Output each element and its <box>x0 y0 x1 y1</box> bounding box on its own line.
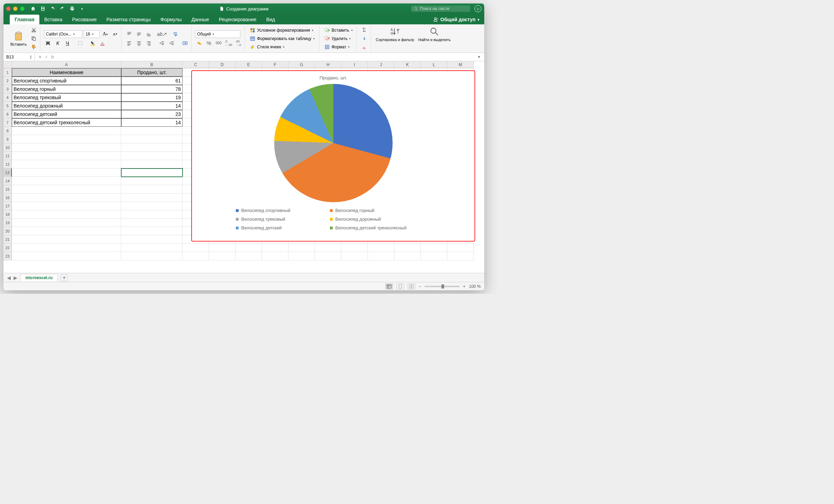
row-header[interactable]: 12 <box>3 160 12 168</box>
row-header[interactable]: 13 <box>3 168 12 177</box>
cell[interactable] <box>12 219 121 227</box>
page-layout-view-icon[interactable] <box>396 283 404 290</box>
cell[interactable] <box>341 252 368 260</box>
next-sheet-icon[interactable]: ▶ <box>14 275 17 281</box>
add-sheet-button[interactable]: + <box>61 274 68 281</box>
font-color-button[interactable]: A <box>98 39 107 47</box>
print-icon[interactable] <box>69 6 75 12</box>
cell[interactable] <box>341 244 368 252</box>
italic-button[interactable]: К <box>54 39 62 47</box>
cell[interactable] <box>12 177 121 185</box>
format-painter-icon[interactable] <box>30 43 38 51</box>
copy-icon[interactable] <box>30 35 38 42</box>
row-header[interactable]: 5 <box>3 102 12 110</box>
cell[interactable] <box>12 185 121 194</box>
row-header[interactable]: 22 <box>3 244 12 252</box>
cell[interactable] <box>235 244 262 252</box>
fx-icon[interactable]: fx <box>51 55 54 60</box>
delete-cells-button[interactable]: Удалить▾ <box>323 35 354 42</box>
sheet-tab[interactable]: microexcel.ru <box>20 274 58 281</box>
cell[interactable] <box>262 244 288 252</box>
sort-filter-button[interactable]: АЯ Сортировка и фильтр <box>374 26 416 51</box>
orientation-icon[interactable]: ab↗ <box>158 30 166 38</box>
zoom-out-button[interactable]: − <box>419 284 421 289</box>
page-break-view-icon[interactable] <box>408 283 415 290</box>
save-icon[interactable] <box>40 6 46 12</box>
column-header[interactable]: B <box>121 61 183 68</box>
bold-button[interactable]: Ж <box>44 39 52 47</box>
cell[interactable] <box>12 202 121 210</box>
currency-icon[interactable] <box>195 39 203 47</box>
border-button[interactable] <box>76 39 84 47</box>
cell[interactable] <box>121 210 183 219</box>
conditional-formatting-button[interactable]: Условное форматирование▾ <box>248 27 317 34</box>
tab-home[interactable]: Главная <box>10 15 39 24</box>
row-header[interactable]: 17 <box>3 202 12 210</box>
font-name-combo[interactable]: Calibri (Осн...▾ <box>44 30 82 38</box>
cell[interactable] <box>121 177 183 185</box>
font-size-combo[interactable]: 16▾ <box>84 30 100 38</box>
row-header[interactable]: 4 <box>3 93 12 102</box>
cell[interactable] <box>121 127 183 135</box>
cell[interactable] <box>121 244 183 252</box>
row-header[interactable]: 15 <box>3 185 12 194</box>
cell[interactable]: 14 <box>121 102 183 110</box>
cell[interactable]: Велосипед спортивный <box>12 77 121 85</box>
cell[interactable] <box>12 194 121 202</box>
cell[interactable] <box>12 227 121 235</box>
cell[interactable] <box>121 227 183 235</box>
cell[interactable] <box>121 152 183 160</box>
cell[interactable] <box>421 244 447 252</box>
cell[interactable]: Велосипед горный <box>12 85 121 93</box>
format-cells-button[interactable]: Формат▾ <box>323 44 354 50</box>
cell[interactable] <box>121 219 183 227</box>
select-all-corner[interactable] <box>3 61 12 68</box>
row-header[interactable]: 11 <box>3 152 12 160</box>
cell[interactable]: 23 <box>121 110 183 118</box>
qat-dropdown-icon[interactable]: ▾ <box>79 6 85 12</box>
zoom-in-button[interactable]: + <box>463 284 465 289</box>
align-top-icon[interactable] <box>125 30 133 38</box>
cell[interactable] <box>121 143 183 152</box>
cell[interactable] <box>394 244 421 252</box>
cell[interactable]: 14 <box>121 118 183 127</box>
row-header[interactable]: 8 <box>3 127 12 135</box>
cell[interactable] <box>394 252 421 260</box>
cell[interactable] <box>315 252 341 260</box>
cell[interactable] <box>209 252 235 260</box>
fill-icon[interactable] <box>360 35 369 42</box>
align-center-icon[interactable] <box>135 39 143 47</box>
prev-sheet-icon[interactable]: ◀ <box>7 275 11 281</box>
column-header[interactable]: F <box>262 61 288 68</box>
row-header[interactable]: 19 <box>3 219 12 227</box>
cell[interactable] <box>288 252 315 260</box>
cell[interactable]: Продано, шт. <box>121 68 183 77</box>
cell[interactable]: 61 <box>121 77 183 85</box>
column-header[interactable]: J <box>368 61 394 68</box>
tab-view[interactable]: Вид <box>261 15 280 24</box>
maximize-window-button[interactable] <box>20 7 24 11</box>
cell[interactable] <box>121 160 183 168</box>
row-header[interactable]: 9 <box>3 135 12 143</box>
cell[interactable] <box>183 244 209 252</box>
normal-view-icon[interactable] <box>385 283 393 290</box>
tab-page-layout[interactable]: Разметка страницы <box>102 15 156 24</box>
tab-review[interactable]: Рецензирование <box>214 15 261 24</box>
cell[interactable] <box>12 168 121 177</box>
cell[interactable] <box>12 152 121 160</box>
expand-formula-bar-icon[interactable]: ▼ <box>474 55 484 59</box>
share-button[interactable]: Общий доступ ▾ <box>433 17 479 24</box>
merge-cells-icon[interactable] <box>181 39 189 47</box>
cell[interactable] <box>12 244 121 252</box>
home-icon[interactable] <box>30 6 36 12</box>
row-header[interactable]: 6 <box>3 110 12 118</box>
cell[interactable] <box>121 252 183 260</box>
increase-decimal-icon[interactable]: .0←.00 <box>224 39 233 47</box>
cut-icon[interactable] <box>30 26 38 34</box>
cell[interactable] <box>262 252 288 260</box>
tab-formulas[interactable]: Формулы <box>156 15 187 24</box>
cell[interactable] <box>447 244 474 252</box>
cell[interactable] <box>183 252 209 260</box>
cell[interactable] <box>368 244 394 252</box>
cell[interactable] <box>368 252 394 260</box>
